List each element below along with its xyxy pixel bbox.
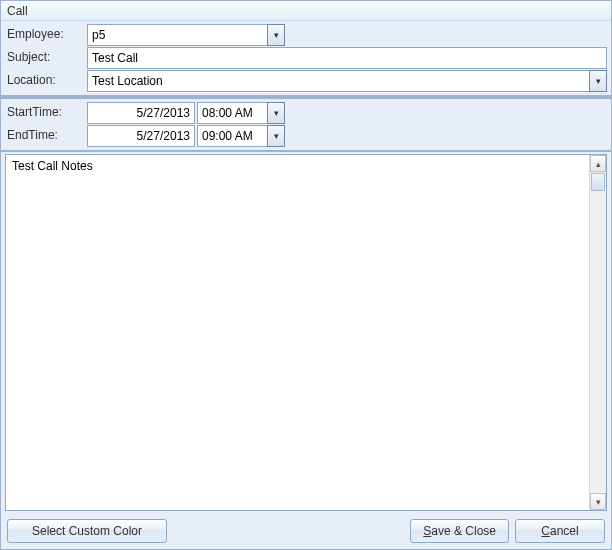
start-date-input[interactable] [87, 102, 195, 124]
chevron-down-icon: ▾ [274, 131, 279, 141]
scroll-down-button[interactable]: ▾ [590, 493, 606, 510]
employee-dropdown-button[interactable]: ▾ [267, 24, 285, 46]
endtime-group: ▾ [87, 125, 285, 147]
notes-scrollbar[interactable]: ▴ ▾ [589, 155, 606, 510]
end-date-input[interactable] [87, 125, 195, 147]
form-top-section: Employee: ▾ Subject: Location: ▾ [1, 21, 611, 97]
employee-input[interactable] [87, 24, 267, 46]
window-title: Call [1, 1, 611, 21]
chevron-down-icon: ▾ [596, 497, 601, 507]
start-time-input[interactable] [197, 102, 267, 124]
scroll-up-button[interactable]: ▴ [590, 155, 606, 172]
end-time-input[interactable] [197, 125, 267, 147]
employee-combo[interactable]: ▾ [87, 24, 285, 46]
chevron-down-icon: ▾ [274, 108, 279, 118]
chevron-down-icon: ▾ [274, 30, 279, 40]
location-input[interactable] [87, 70, 589, 92]
form-time-section: StartTime: ▾ EndTime: ▾ [1, 97, 611, 152]
notes-container: ▴ ▾ [5, 154, 607, 511]
location-combo[interactable]: ▾ [87, 70, 607, 92]
end-time-dropdown-button[interactable]: ▾ [267, 125, 285, 147]
endtime-label: EndTime: [5, 125, 87, 147]
scroll-thumb[interactable] [591, 173, 605, 191]
save-close-button[interactable]: Save & Close [410, 519, 509, 543]
employee-label: Employee: [5, 24, 87, 46]
cancel-button[interactable]: Cancel [515, 519, 605, 543]
start-time-dropdown-button[interactable]: ▾ [267, 102, 285, 124]
subject-input[interactable] [87, 47, 607, 69]
call-dialog: Call Employee: ▾ Subject: Location: ▾ [0, 0, 612, 550]
starttime-label: StartTime: [5, 102, 87, 124]
scroll-track-space[interactable] [590, 192, 606, 493]
location-label: Location: [5, 70, 87, 92]
select-custom-color-button[interactable]: Select Custom Color [7, 519, 167, 543]
chevron-down-icon: ▾ [596, 76, 601, 86]
location-dropdown-button[interactable]: ▾ [589, 70, 607, 92]
subject-label: Subject: [5, 47, 87, 69]
button-bar: Select Custom Color Save & Close Cancel [1, 513, 611, 549]
end-time-combo[interactable]: ▾ [195, 125, 285, 147]
starttime-group: ▾ [87, 102, 285, 124]
start-time-combo[interactable]: ▾ [195, 102, 285, 124]
chevron-up-icon: ▴ [596, 159, 601, 169]
notes-textarea[interactable] [6, 155, 589, 510]
